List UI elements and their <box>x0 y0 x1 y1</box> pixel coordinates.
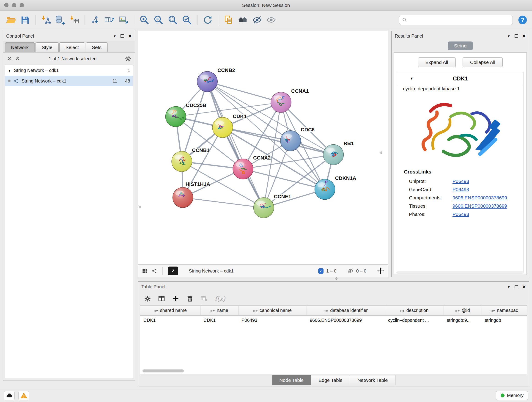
crosslink-link[interactable]: P06493 <box>452 179 469 184</box>
splitter-handle[interactable] <box>139 206 141 208</box>
zoom-in-button[interactable] <box>138 13 151 27</box>
home-view-button[interactable] <box>236 13 249 27</box>
node-label-CDC25B: CDC25B <box>186 102 206 108</box>
column-header[interactable]: name <box>200 306 238 315</box>
hide-selected-button[interactable] <box>250 13 264 27</box>
panel-float-icon[interactable] <box>515 34 518 38</box>
expand-all-icon[interactable] <box>15 56 20 61</box>
search-input[interactable] <box>409 17 510 22</box>
panel-menu-caret-icon[interactable]: ▼ <box>507 285 510 289</box>
control-panel: Control Panel ▼ × Network Style Select S… <box>3 31 135 380</box>
cloud-status-button[interactable] <box>4 391 15 400</box>
export-image-button[interactable] <box>117 13 130 27</box>
pan-move-icon[interactable] <box>377 267 384 274</box>
maximize-window-button[interactable] <box>20 3 24 7</box>
apply-layout-button[interactable] <box>201 13 215 27</box>
panel-float-icon[interactable] <box>515 285 518 288</box>
crosslink-link[interactable]: P06493 <box>452 211 469 217</box>
network-collection-count: 1 <box>128 68 130 73</box>
gear-icon[interactable] <box>125 56 131 62</box>
panel-menu-caret-icon[interactable]: ▼ <box>113 34 116 38</box>
network-selection-status: 1 of 1 Network selected <box>23 56 122 61</box>
zoom-out-button[interactable] <box>152 13 165 27</box>
tab-network[interactable]: Network <box>5 42 35 52</box>
cell-shared-name: CDK1 <box>140 315 200 325</box>
panel-menu-caret-icon[interactable]: ▼ <box>507 34 510 38</box>
column-header[interactable]: @id <box>443 306 481 315</box>
import-table-button[interactable] <box>68 13 81 27</box>
open-session-button[interactable] <box>4 13 17 27</box>
warnings-button[interactable] <box>18 391 29 400</box>
horizontal-scrollbar-thumb[interactable] <box>143 370 184 372</box>
column-header[interactable]: database identifier <box>307 306 385 315</box>
tab-string[interactable]: String <box>448 41 473 50</box>
zoom-fit-button[interactable] <box>166 13 179 27</box>
network-node-HIST1H1A[interactable] <box>172 187 193 208</box>
show-columns-icon[interactable] <box>158 295 165 302</box>
panel-close-icon[interactable]: × <box>128 33 132 39</box>
network-node-CCNB1[interactable] <box>172 151 192 172</box>
help-button[interactable]: ? <box>517 15 528 25</box>
horizontal-scrollbar[interactable] <box>396 271 524 274</box>
panel-float-icon[interactable] <box>120 34 124 38</box>
network-edge-HIST1H1A-CCNE1[interactable] <box>183 198 264 208</box>
delete-table-icon[interactable] <box>201 295 208 302</box>
tab-select[interactable]: Select <box>59 42 85 52</box>
tree-expander-icon[interactable]: ▼ <box>8 69 11 72</box>
network-edge-CCNB2-CCNE1[interactable] <box>207 82 264 208</box>
grid-icon <box>142 268 148 274</box>
panel-close-icon[interactable]: × <box>522 284 526 290</box>
crosslink-link[interactable]: 9606.ENSP00000378699 <box>452 203 507 209</box>
zoom-selected-button[interactable] <box>180 13 194 27</box>
tab-style[interactable]: Style <box>36 42 59 52</box>
collapse-all-icon[interactable] <box>7 56 12 61</box>
table-row[interactable]: CDK1 CDK1 P06493 9606.ENSP00000378699 cy… <box>140 315 527 325</box>
network-graph[interactable]: CCNB2CCNA1CDC25BCDK1CDC6RB1CCNB1CCNA2CDK… <box>138 31 388 264</box>
table-settings-gear-icon[interactable] <box>144 295 151 302</box>
column-header[interactable]: canonical name <box>238 306 307 315</box>
copy-document-button[interactable] <box>222 13 235 27</box>
network-row[interactable]: String Network – cdk1 11 48 <box>5 76 133 86</box>
crosslink-row: Uniprot: P06493 <box>397 177 524 185</box>
close-window-button[interactable] <box>4 3 8 7</box>
tab-edge-table[interactable]: Edge Table <box>311 375 350 385</box>
function-builder-button[interactable]: f(x) <box>215 295 225 302</box>
node-label-CCNE1: CCNE1 <box>274 194 291 199</box>
collapse-all-button[interactable]: Collapse All <box>462 57 503 67</box>
delete-column-trash-icon[interactable] <box>186 295 194 302</box>
protein-section-header[interactable]: ▼ CDK1 <box>397 72 524 85</box>
tab-network-table[interactable]: Network Table <box>350 375 395 385</box>
tab-sets[interactable]: Sets <box>86 42 108 52</box>
export-table-button[interactable] <box>103 13 116 27</box>
network-collection-row[interactable]: ▼ String Network – cdk1 1 <box>5 65 133 76</box>
show-all-button[interactable] <box>265 13 278 27</box>
section-expander-icon[interactable]: ▼ <box>410 77 413 81</box>
save-session-button[interactable] <box>18 13 32 27</box>
column-header[interactable]: description <box>385 306 443 315</box>
column-header[interactable]: shared name <box>140 306 200 315</box>
splitter-handle[interactable] <box>335 277 337 280</box>
import-network-file-button[interactable] <box>39 13 52 27</box>
tab-node-table[interactable]: Node Table <box>272 375 311 385</box>
crosslink-label: GeneCard: <box>409 187 452 192</box>
control-panel-tabs: Network Style Select Sets <box>3 41 135 52</box>
column-header[interactable]: namespac <box>481 306 527 315</box>
selection-checkbox[interactable]: ✓ <box>318 268 323 274</box>
crosslink-link[interactable]: P06493 <box>452 187 469 192</box>
cell-id: stringdb:9... <box>443 315 481 325</box>
expand-all-button[interactable]: Expand All <box>418 57 456 67</box>
import-network-database-button[interactable] <box>53 13 67 27</box>
birds-eye-view-button[interactable] <box>168 267 178 275</box>
network-node-CDC6[interactable] <box>280 131 301 151</box>
grid-view-button[interactable] <box>142 268 148 274</box>
new-network-from-selection-button[interactable] <box>89 13 102 27</box>
minimize-window-button[interactable] <box>12 3 16 7</box>
network-canvas[interactable]: CCNB2CCNA1CDC25BCDK1CDC6RB1CCNB1CCNA2CDK… <box>138 31 388 264</box>
crosslink-link[interactable]: 9606.ENSP00000378699 <box>452 195 507 201</box>
add-column-plus-icon[interactable] <box>172 295 179 302</box>
network-view-button[interactable] <box>152 268 157 274</box>
memory-button[interactable]: Memory <box>496 391 528 400</box>
network-node-CCNA1[interactable] <box>271 92 291 113</box>
panel-close-icon[interactable]: × <box>522 33 526 39</box>
splitter-handle[interactable] <box>380 152 382 154</box>
